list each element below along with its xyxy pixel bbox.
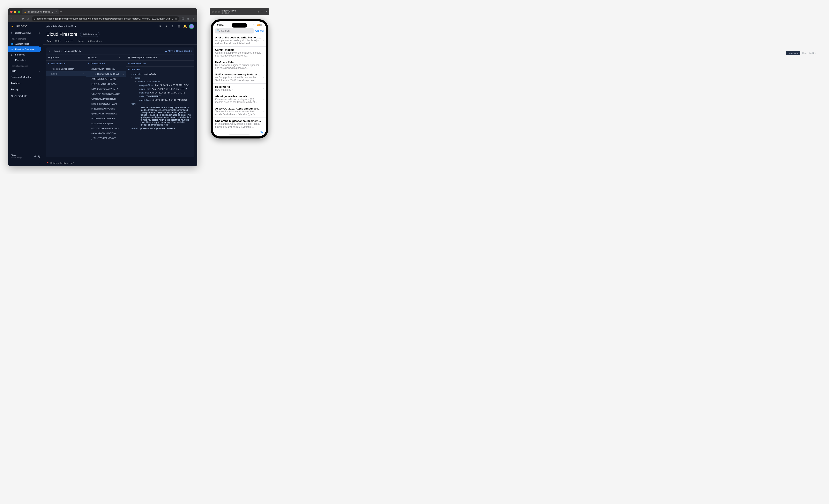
document-item[interactable]: MI4YKm6Olapw7aLWVyDZ — [86, 86, 126, 92]
screenshot-icon[interactable]: ▢ — [261, 10, 263, 13]
note-item[interactable]: One of the biggest announcements...In th… — [213, 118, 266, 129]
note-item[interactable]: At WWDC 2019, Apple announced...To make … — [213, 105, 266, 118]
kebab-icon[interactable]: ⋮ — [122, 56, 124, 59]
filter-icon[interactable]: ≡ — [119, 56, 120, 59]
collapse-icon[interactable]: ▾ — [132, 77, 133, 79]
new-tab-icon[interactable]: + — [60, 10, 62, 13]
bookmark-star-icon[interactable]: ☆ — [175, 17, 177, 20]
home-icon[interactable]: ⌂ — [257, 10, 259, 13]
field-row[interactable]: text: — [126, 102, 194, 106]
tab-indexes[interactable]: Indexes — [65, 38, 73, 44]
back-icon[interactable]: ← — [10, 17, 14, 20]
help-icon[interactable]: ? — [171, 25, 175, 28]
category-engage[interactable]: Engage⌄ — [8, 86, 43, 93]
kebab-icon[interactable]: ⋮ — [190, 56, 192, 59]
tab-data[interactable]: Data — [46, 38, 51, 44]
document-item[interactable]: OUJsdQa6vLV4T8IqR6ak — [86, 96, 126, 101]
document-item[interactable]: y26jksfYBSd83Rv30sWY — [86, 136, 126, 141]
document-item[interactable]: OSGYXPF4F2K6NWmS3Rbh — [86, 92, 126, 96]
notes-list[interactable]: A lot of the code we write has to de...A… — [213, 34, 266, 129]
document-item[interactable]: tVKnHcjvwlnh0oe09VB3 — [86, 116, 126, 121]
note-item[interactable]: Hello WorldHow is it going?› — [213, 84, 266, 93]
docs-icon[interactable]: ▤ — [177, 25, 181, 28]
home-icon[interactable]: ⌂ — [26, 17, 30, 20]
sidebar-item-authentication[interactable]: 👥 Authentication — [8, 41, 43, 46]
cancel-button[interactable]: Cancel — [255, 29, 264, 32]
document-item[interactable]: ⋮6ZDaUg9t4VO5lbPREAIL› — [86, 71, 126, 77]
field-row[interactable]: embedding:vector<768> — [126, 72, 194, 76]
note-item[interactable]: Gemini modelsGemini is a family of gener… — [213, 47, 266, 59]
field-row[interactable]: completeTime:April 24, 2024 at 4:55:31 P… — [126, 83, 194, 87]
reload-icon[interactable]: ↻ — [21, 17, 25, 20]
field-row[interactable]: startTime:April 24, 2024 at 4:55:31 PM U… — [126, 91, 194, 95]
document-item[interactable]: wHaeorE0CIedtWaCIBMr — [86, 131, 126, 136]
spark-icon[interactable]: ✦ — [165, 25, 169, 28]
project-selector[interactable]: pfr-codelab-fvs-mobile-01 ▼ — [46, 25, 76, 28]
document-item[interactable]: qWzv0FyKTqYl0wR8YaCc — [86, 111, 126, 116]
profile-icon[interactable]: ◉ — [186, 17, 190, 20]
compose-icon[interactable]: ✎ — [260, 130, 263, 135]
all-products[interactable]: ⊞ All products — [8, 93, 43, 100]
breadcrumb-home-icon[interactable]: ⌂ — [48, 50, 50, 52]
collection-item[interactable]: notes› — [46, 71, 86, 76]
start-collection-button[interactable]: + Start collection — [126, 61, 194, 66]
tab-extensions[interactable]: ✦ Extensions — [87, 38, 102, 44]
tab-rules[interactable]: Rules — [55, 38, 61, 44]
tab-usage[interactable]: Usage — [77, 38, 84, 44]
theme-icon[interactable]: ☀ — [158, 25, 163, 28]
field-row[interactable]: updateTime:April 24, 2024 at 4:55:31 PM … — [126, 98, 194, 102]
sidebar-item-extensions[interactable]: ✦ Extensions — [8, 57, 43, 63]
minimize-icon[interactable] — [14, 11, 16, 13]
brand[interactable]: ▲ Firebase — [8, 22, 43, 30]
site-settings-icon[interactable]: ⊟ — [34, 18, 35, 20]
document-item[interactable]: EB2Yh9xw1S6ecCBlc7Ae — [86, 81, 126, 86]
close-icon[interactable] — [10, 11, 12, 13]
url-field[interactable]: ⊟ console.firebase.google.com/project/pf… — [32, 16, 179, 21]
sidebar-item-functions[interactable]: (·) Functions — [8, 52, 43, 57]
document-item[interactable]: vzsrfrTsa6thBSpapN6l — [86, 121, 126, 126]
modify-plan-link[interactable]: Modify — [34, 155, 40, 157]
search-input[interactable]: 🔍 Search — [215, 28, 254, 34]
kebab-icon[interactable]: ⋮ — [92, 73, 94, 75]
category-release[interactable]: Release & Monitor⌄ — [8, 74, 43, 80]
note-item[interactable]: About generative modelsGenerative artifi… — [213, 93, 266, 105]
menu-icon[interactable]: ⋮ — [191, 17, 195, 20]
document-item[interactable]: CMucncMB0a6mtHuoD2ji — [86, 77, 126, 81]
document-item[interactable]: 243ee9h6kpv7Zzdxdo9D — [86, 66, 126, 71]
add-field-button[interactable]: + Add field — [126, 67, 194, 72]
forward-icon[interactable]: → — [15, 17, 19, 20]
collapse-icon[interactable]: ▾ — [135, 80, 136, 83]
maximize-icon[interactable] — [18, 11, 20, 13]
collapse-sidebar-icon[interactable]: ‹ — [8, 161, 43, 166]
browser-tab[interactable]: ▲ pfr-codelab-fvs-mobile-01 - × — [22, 9, 59, 14]
field-row[interactable]: createTime:April 24, 2024 at 4:55:21 PM … — [126, 87, 194, 91]
sidebar-item-firestore[interactable]: ≋ Firestore Database — [8, 46, 41, 52]
rotate-icon[interactable]: ↷ — [265, 10, 267, 13]
field-row[interactable]: ▾status — [126, 76, 194, 80]
document-item[interactable]: kbJJPFafXmb5utuCFWOx — [86, 101, 126, 106]
document-item[interactable]: w5z7CXDqGAeuuKOe1MuJ — [86, 126, 126, 131]
document-item[interactable]: li5gqJcNtHeQmJyLkpea — [86, 106, 126, 111]
breadcrumb-collection[interactable]: notes — [54, 50, 60, 52]
field-row[interactable]: state:"COMPLETED" — [126, 95, 194, 98]
collection-item[interactable]: _firestore-vector-search — [46, 66, 86, 71]
extensions-icon[interactable]: ☐ — [181, 17, 185, 20]
start-collection-button[interactable]: + Start collection — [46, 61, 86, 66]
note-item[interactable]: Hey! I am PeterI'm a software engineer, … — [213, 59, 266, 71]
field-row[interactable]: userId:"pOeHfwsbU1ODjatMdhSPk5kTIH43" — [126, 127, 194, 130]
add-document-button[interactable]: + Add document — [86, 61, 126, 66]
category-analytics[interactable]: Analytics⌄ — [8, 80, 43, 86]
avatar[interactable] — [189, 24, 194, 29]
home-indicator[interactable] — [229, 135, 250, 135]
gear-icon[interactable]: ⚙ — [38, 31, 40, 34]
category-build[interactable]: Build⌄ — [8, 68, 43, 74]
tab-close-icon[interactable]: × — [55, 10, 57, 13]
field-row[interactable]: ▾firestore-vector-search — [126, 80, 194, 83]
notifications-icon[interactable]: 🔔 — [183, 25, 187, 28]
project-overview[interactable]: ⌂ Project Overview ⚙ — [8, 30, 43, 36]
more-in-google-cloud-link[interactable]: ☁ More in Google Cloud ▾ — [165, 49, 192, 52]
add-database-button[interactable]: Add database — [80, 32, 100, 37]
breadcrumb-document[interactable]: 6ZDaUg9t4VO5l — [64, 50, 81, 52]
note-item[interactable]: Swift's new concurrency features...As Do… — [213, 71, 266, 84]
note-item[interactable]: A lot of the code we write has to de...A… — [213, 34, 266, 47]
